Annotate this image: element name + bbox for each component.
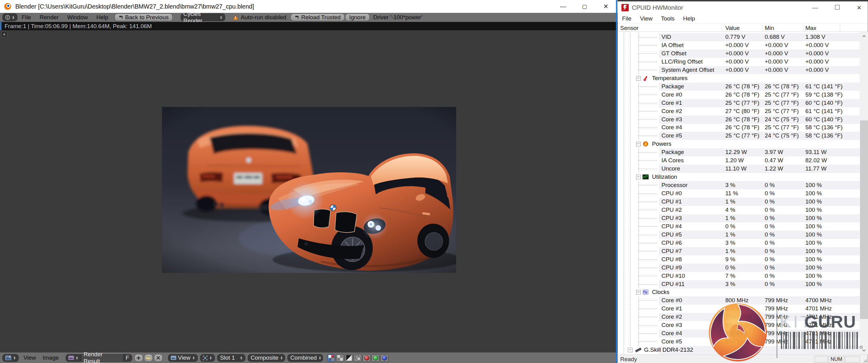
red-channel-icon [364,355,369,361]
collapse-toggle[interactable]: − [636,76,641,81]
sensor-row-cpu-9[interactable]: CPU #90 %0 %100 % [618,264,860,272]
sensor-row-core-4[interactable]: Core #4800 MHz799 MHz4701 MHz [618,329,860,338]
image-browse-button[interactable]: ▲▼ [66,354,81,362]
sensor-row-core-0[interactable]: Core #0800 MHz799 MHz4700 MHz [618,296,860,305]
hwmonitor-titlebar[interactable]: CPUID HWMonitor — ✕ [618,2,868,14]
collapse-toggle[interactable]: − [636,142,641,146]
region-expand-button[interactable]: + [1,31,7,38]
blender-titlebar[interactable]: Blender [C:\Users\KitGuru\Desktop\Blende… [0,0,617,13]
scroll-up-icon[interactable] [860,32,868,40]
slot-dropdown[interactable]: Slot 1▲▼ [217,354,245,362]
zbuffer-display-toggle[interactable] [345,354,353,362]
sensor-row-cpu-0[interactable]: CPU #011 %0 %100 % [618,189,860,198]
menu-file[interactable]: File [622,15,631,22]
sensor-row-vid[interactable]: VID0.779 V0.688 V1.308 V [618,33,860,41]
column-max[interactable]: Max [805,25,816,31]
resize-grip-icon[interactable] [862,358,867,363]
sensor-row-cpu-11[interactable]: CPU #113 %0 %100 % [618,280,860,289]
minimize-icon[interactable]: — [811,4,819,11]
menu-file[interactable]: File [22,14,31,21]
sensor-row-cpu-2[interactable]: CPU #24 %0 %100 % [618,206,860,214]
sensor-row-core-0[interactable]: Core #026 °C (78 °F)25 °C (77 °F)59 °C (… [618,91,860,99]
blue-channel-toggle[interactable] [380,354,388,362]
editor-type-selector[interactable]: ▲▼ [2,13,18,21]
open-image-button[interactable] [144,354,153,362]
close-icon[interactable]: ✕ [600,3,612,10]
rgba-display-toggle[interactable] [327,354,335,362]
sensor-row-gt-offset[interactable]: GT Offset+0.000 V+0.000 V+0.000 V [618,50,860,58]
sensor-row-cpu-1[interactable]: CPU #11 %0 %100 % [618,198,860,206]
column-value[interactable]: Value [725,25,740,31]
section-row-powers[interactable]: −Powers [618,140,860,148]
back-to-previous-button[interactable]: Back to Previous [115,13,173,21]
reload-trusted-button[interactable]: Reload Trusted [290,13,345,21]
sensor-value: 4 % [725,207,735,213]
editor-type-button[interactable]: ▲▼ [2,354,19,362]
scrollbar-thumb[interactable] [860,120,868,319]
sensor-row-ia-offset[interactable]: IA Offset+0.000 V+0.000 V+0.000 V [618,41,860,50]
sensor-label: Core #2 [661,108,682,115]
copy-display-toggle[interactable] [354,354,362,362]
sensor-row-ia-cores[interactable]: IA Cores1.20 W0.47 W82.02 W [618,156,860,165]
layer-dropdown[interactable]: Composite▲▼ [248,354,285,362]
maximize-icon[interactable]: ▢ [578,3,591,10]
section-row-clocks[interactable]: −Clocks [618,288,860,296]
vertical-scrollbar[interactable] [860,32,868,355]
sensor-row-package[interactable]: Package26 °C (78 °F)26 °C (78 °F)61 °C (… [618,83,860,91]
sensor-min: 799 MHz [765,338,788,345]
sensor-row-core-5[interactable]: Core #5800 MHz799 MHz4701 MHz [618,338,860,346]
menu-render[interactable]: Render [40,14,59,21]
pivot-dropdown[interactable]: ▲▼ [200,354,215,362]
sensor-row-core-1[interactable]: Core #1800 MHz799 MHz4701 MHz [618,305,860,313]
sensor-row-cpu-10[interactable]: CPU #107 %0 %100 % [618,272,860,280]
menu-help[interactable]: Help [96,14,108,21]
sensor-row-cpu-8[interactable]: CPU #89 %0 %100 % [618,255,860,264]
close-icon[interactable]: ✕ [855,4,863,11]
sensor-row-core-4[interactable]: Core #426 °C (78 °F)25 °C (77 °F)58 °C (… [618,123,860,132]
sensor-row-uncore[interactable]: Uncore11.10 W1.22 W11.77 W [618,165,860,173]
footer-menu-image[interactable]: Image [43,355,59,361]
maximize-icon[interactable] [833,4,841,11]
pass-dropdown[interactable]: Combined▲▼ [287,354,323,362]
collapse-toggle[interactable]: − [628,348,632,352]
sensor-row-cpu-3[interactable]: CPU #31 %0 %100 % [618,214,860,222]
footer-menu-view[interactable]: View [24,355,36,361]
sensor-row-core-2[interactable]: Core #21500 MHz799 MHz4701 MHz [618,313,860,321]
minimize-icon[interactable]: — [557,3,569,10]
sensor-row-cpu-7[interactable]: CPU #71 %0 %100 % [618,247,860,255]
menu-tools[interactable]: Tools [661,15,674,22]
sensor-row-core-5[interactable]: Core #525 °C (77 °F)24 °C (75 °F)58 °C (… [618,132,860,140]
view-mode-dropdown[interactable]: View ▲▼ [168,354,198,362]
section-row-utilization[interactable]: −Utilization [618,173,860,181]
sensor-row-system-agent-offset[interactable]: System Agent Offset+0.000 V+0.000 V+0.00… [618,66,860,74]
sensor-row-cpu-5[interactable]: CPU #51 %0 %100 % [618,231,860,239]
unlink-image-button[interactable] [154,354,162,362]
sensor-row-core-2[interactable]: Core #227 °C (80 °F)25 °C (77 °F)61 °C (… [618,107,860,116]
scroll-down-icon[interactable] [860,346,868,355]
collapse-toggle[interactable]: − [636,290,641,295]
menu-help[interactable]: Help [683,15,695,22]
sensor-row-llc-ring-offset[interactable]: LLC/Ring Offset+0.000 V+0.000 V+0.000 V [618,58,860,66]
menu-window[interactable]: Window [67,14,88,21]
sensor-row-core-3[interactable]: Core #3800 MHz799 MHz4701 MHz [618,321,860,329]
sensor-row-cpu-4[interactable]: CPU #40 %0 %100 % [618,222,860,231]
new-image-button[interactable] [134,354,143,362]
sensor-row-core-1[interactable]: Core #125 °C (77 °F)25 °C (77 °F)60 °C (… [618,99,860,107]
image-datablock-name[interactable]: Render Result [81,354,123,362]
sensor-row-processor[interactable]: Processor3 %0 %100 % [618,181,860,189]
render-engine-dropdown[interactable]: Cycles Render ▲▼ [181,13,225,21]
sensor-row-core-3[interactable]: Core #326 °C (78 °F)24 °C (75 °F)60 °C (… [618,116,860,124]
collapse-toggle[interactable]: − [636,175,641,179]
sensor-row-package[interactable]: Package12.29 W3.97 W93.11 W [618,148,860,156]
sensor-row-cpu-6[interactable]: CPU #63 %0 %100 % [618,239,860,247]
green-channel-toggle[interactable] [372,354,379,362]
fake-user-button[interactable]: F [123,354,132,362]
section-row-g-skill-ddr4-2132[interactable]: −G.Skill DDR4-2132 [618,346,860,354]
alpha-display-toggle[interactable] [336,354,344,362]
menu-view[interactable]: View [640,15,653,22]
red-channel-toggle[interactable] [363,354,371,362]
column-sensor[interactable]: Sensor [620,25,639,31]
column-min[interactable]: Min [765,25,774,31]
ignore-button[interactable]: Ignore [345,13,370,21]
section-row-temperatures[interactable]: −Temperatures [618,74,860,83]
